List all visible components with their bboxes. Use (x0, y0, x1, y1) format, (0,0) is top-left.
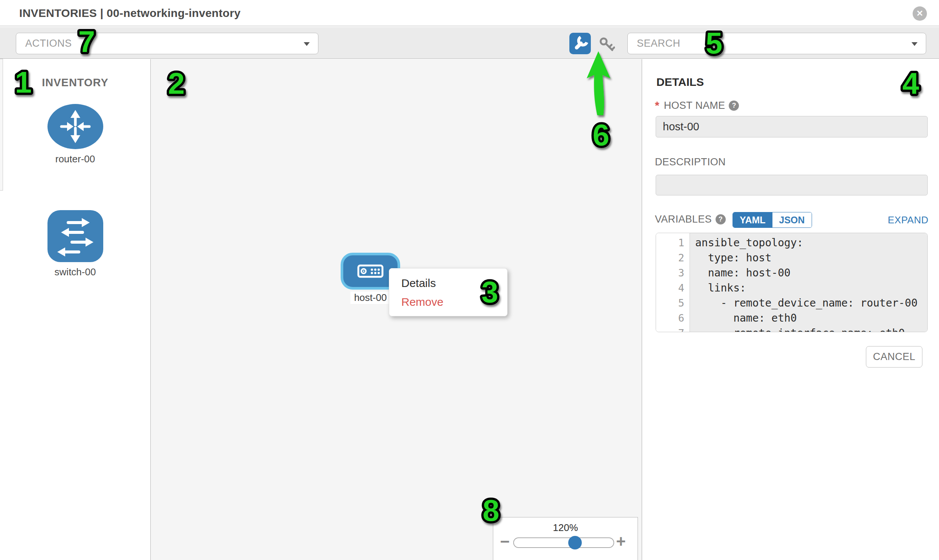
topology-canvas[interactable]: host-00 Details Remove 120% − + (151, 59, 642, 560)
variables-label: VARIABLES (655, 214, 712, 225)
inventory-item-label: router-00 (56, 153, 95, 165)
line-number: 3 (656, 266, 689, 280)
inventory-panel: INVENTORY (0, 59, 151, 560)
body: INVENTORY (0, 59, 939, 560)
chevron-down-icon (304, 42, 310, 46)
code-line: type: host (690, 251, 927, 266)
help-icon[interactable]: ? (715, 214, 726, 225)
host-name-label: HOST NAME (664, 100, 725, 111)
variables-label-row: VARIABLES ? (655, 214, 726, 225)
editor-line-numbers: 1 2 3 4 5 6 7 (656, 233, 690, 332)
line-number: 2 (656, 251, 689, 266)
host-name-field[interactable] (656, 116, 928, 137)
search-dropdown[interactable]: SEARCH (628, 33, 926, 54)
code-line: links: (690, 280, 927, 295)
code-line: remote_interface_name: eth0 (690, 326, 927, 332)
inventory-item-switch[interactable]: switch-00 (0, 210, 150, 278)
context-menu-item-details[interactable]: Details (389, 274, 507, 292)
line-number: 4 (656, 280, 689, 295)
key-button[interactable] (598, 36, 615, 53)
line-number: 5 (656, 295, 689, 311)
line-number: 1 (656, 235, 689, 251)
page-title: INVENTORIES | 00-networking-inventory (19, 7, 241, 20)
toolbar: ACTIONS SEARCH (0, 27, 939, 59)
node-context-menu: Details Remove (389, 268, 507, 316)
help-icon[interactable]: ? (729, 100, 739, 111)
search-dropdown-label: SEARCH (637, 38, 680, 49)
required-marker: * (655, 99, 659, 112)
tab-yaml[interactable]: YAML (733, 212, 772, 228)
context-menu-item-remove[interactable]: Remove (389, 292, 507, 311)
header-bar: INVENTORIES | 00-networking-inventory ✕ (0, 0, 939, 26)
description-label-row: DESCRIPTION (655, 156, 726, 168)
line-number: 6 (656, 311, 689, 326)
host-icon (357, 265, 384, 278)
toolbox-button[interactable] (569, 33, 591, 54)
details-panel: DETAILS * HOST NAME ? DESCRIPTION VARIAB… (642, 59, 939, 560)
variables-code-editor[interactable]: 1 2 3 4 5 6 7 ansible_topology: type: ho… (656, 233, 928, 332)
zoom-slider-thumb[interactable] (568, 536, 582, 549)
inventories-topology-window: INVENTORIES | 00-networking-inventory ✕ … (0, 0, 939, 560)
chevron-down-icon (911, 42, 917, 46)
inventory-item-label: switch-00 (55, 266, 96, 278)
router-icon (47, 103, 103, 149)
editor-code-area[interactable]: ansible_topology: type: host name: host-… (690, 233, 927, 332)
expand-link[interactable]: EXPAND (888, 214, 928, 226)
details-panel-title: DETAILS (657, 76, 704, 89)
key-icon (598, 36, 615, 53)
code-line: ansible_topology: (690, 235, 927, 251)
tab-json[interactable]: JSON (772, 212, 812, 228)
line-number: 7 (656, 326, 689, 332)
zoom-control: 120% − + (493, 517, 638, 560)
zoom-slider-row: − + (493, 535, 638, 551)
switch-icon (47, 210, 103, 263)
code-line: name: eth0 (690, 311, 927, 326)
inventory-item-router[interactable]: router-00 (0, 103, 150, 165)
code-line: - remote_device_name: router-00 (690, 295, 927, 311)
host-name-label-row: * HOST NAME ? (655, 99, 739, 112)
actions-dropdown-label: ACTIONS (25, 38, 72, 49)
zoom-in-button[interactable]: + (616, 533, 626, 550)
code-line: name: host-00 (690, 266, 927, 280)
description-label: DESCRIPTION (655, 156, 726, 168)
variables-format-toggle: YAML JSON (732, 212, 812, 228)
actions-dropdown[interactable]: ACTIONS (16, 33, 318, 54)
inventory-panel-title: INVENTORY (0, 77, 150, 89)
wrench-icon (572, 36, 588, 52)
zoom-slider-track[interactable] (513, 537, 614, 548)
cancel-button[interactable]: CANCEL (866, 346, 922, 368)
host-node-label: host-00 (350, 291, 391, 304)
close-icon[interactable]: ✕ (913, 6, 927, 21)
zoom-out-button[interactable]: − (500, 533, 510, 550)
description-field[interactable] (656, 175, 928, 195)
